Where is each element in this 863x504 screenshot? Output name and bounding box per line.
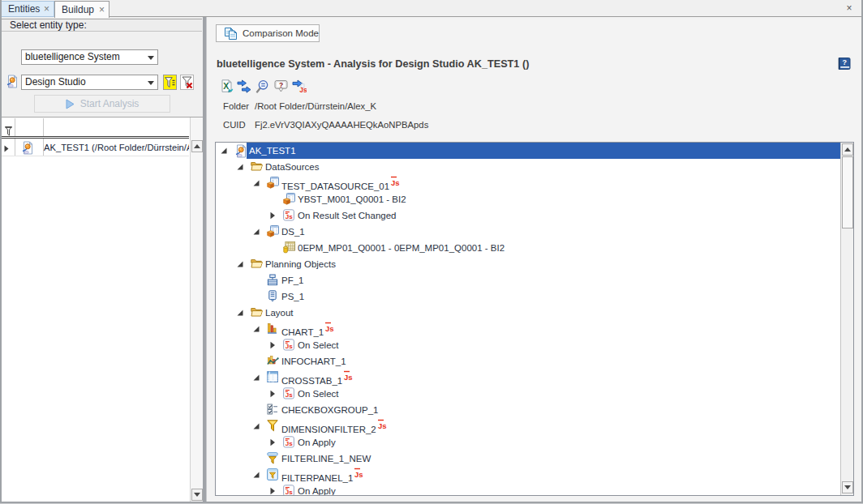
cuid-row: CUID Fj2.eVrV3QIAXyQAAAAHEQkAoNPBApds bbox=[223, 120, 726, 139]
tree-node-test-datasource-01[interactable]: TEST_DATASOURCE_01 Js bbox=[216, 175, 840, 191]
tree-node-infochart-1[interactable]: INFOCHART_1 bbox=[216, 353, 840, 369]
tree-node-on-apply[interactable]: Js On Apply bbox=[216, 434, 840, 451]
tree-node-filterpanel-1[interactable]: FILTERPANEL_1 Js bbox=[216, 467, 840, 483]
help-book-icon[interactable]: ? bbox=[838, 57, 851, 70]
tree-scrollbar[interactable] bbox=[840, 143, 853, 495]
question-bubble-icon[interactable]: ? bbox=[274, 79, 288, 93]
tree-node-on-result-set-changed[interactable]: Js On Result Set Changed bbox=[216, 207, 840, 224]
tree-node-label: FILTERPANEL_1 bbox=[281, 473, 353, 483]
svg-text:Js: Js bbox=[286, 213, 293, 220]
svg-text:X: X bbox=[223, 81, 229, 91]
tree-node-ps-1[interactable]: PS_1 bbox=[216, 288, 840, 305]
checkbox-group-icon bbox=[267, 404, 280, 416]
tree-node-ds-1[interactable]: DS_1 bbox=[216, 224, 840, 240]
expand-icon[interactable] bbox=[268, 438, 277, 446]
double-arrow-icon[interactable] bbox=[237, 79, 251, 93]
scrollbar-thumb[interactable] bbox=[842, 156, 853, 229]
entity-list-scrollbar[interactable] bbox=[190, 117, 203, 502]
tree-node-datasources[interactable]: DataSources bbox=[216, 159, 840, 175]
tree-node-planning-objects[interactable]: Planning Objects bbox=[216, 256, 840, 272]
js-event-icon: Js bbox=[283, 485, 296, 496]
collapse-icon[interactable] bbox=[252, 471, 260, 479]
magnifier-icon[interactable] bbox=[255, 79, 269, 93]
tree-node-pf-1[interactable]: PF_1 bbox=[216, 272, 840, 288]
system-dropdown[interactable]: bluetelligence System bbox=[21, 49, 158, 65]
start-analysis-button[interactable]: Start Analysis bbox=[34, 95, 170, 113]
tab-entities-label: Entities bbox=[2, 3, 40, 15]
expand-icon[interactable] bbox=[268, 341, 277, 349]
collapse-icon[interactable] bbox=[236, 163, 244, 171]
entity-list-row[interactable]: AK_TEST1 (/Root Folder/Dürrstein/Alex_K) bbox=[1, 139, 189, 156]
expand-icon[interactable] bbox=[268, 211, 277, 220]
entity-meta: Folder /Root Folder/Dürrstein/Alex_K CUI… bbox=[223, 101, 726, 139]
collapse-icon[interactable] bbox=[236, 309, 244, 317]
tree-node-label: CROSSTAB_1 bbox=[281, 376, 342, 386]
folder-icon bbox=[251, 160, 264, 173]
expand-icon[interactable] bbox=[4, 144, 9, 154]
design-studio-document-icon bbox=[6, 75, 19, 88]
tree-node-layout[interactable]: Layout bbox=[216, 305, 840, 321]
comparison-mode-button[interactable]: Comparison Mode bbox=[216, 24, 320, 42]
js-event-icon: Js bbox=[283, 387, 296, 400]
scroll-up-icon[interactable] bbox=[842, 143, 853, 156]
application-window: Entities × Buildup × × Select entity typ… bbox=[0, 0, 863, 504]
tab-entities[interactable]: Entities × bbox=[1, 1, 54, 17]
collapse-icon[interactable] bbox=[236, 260, 244, 268]
folder-icon bbox=[251, 306, 264, 319]
tree-node-dimensionfilter-2[interactable]: DIMENSIONFILTER_2 Js bbox=[216, 418, 840, 434]
tabstrip-close-icon[interactable]: × bbox=[844, 3, 854, 13]
tree-node-on-select[interactable]: Js On Select bbox=[216, 386, 840, 402]
tree-node-ak-test1[interactable]: AK_TEST1 bbox=[216, 143, 840, 159]
tree-node-0epm-mp01-q0001-0epm-mp01-q0001-bi2[interactable]: 0EPM_MP01_Q0001 - 0EPM_MP01_Q0001 - BI2 bbox=[216, 240, 840, 256]
tab-buildup-label: Buildup bbox=[55, 4, 94, 15]
play-icon bbox=[66, 99, 75, 109]
tree-node-chart-1[interactable]: CHART_1 Js bbox=[216, 321, 840, 337]
tree-node-label: 0EPM_MP01_Q0001 - 0EPM_MP01_Q0001 - BI2 bbox=[298, 243, 504, 253]
js-script-badge: Js bbox=[377, 418, 389, 434]
tab-buildup[interactable]: Buildup × bbox=[54, 1, 109, 18]
tab-entities-close-icon[interactable]: × bbox=[44, 4, 54, 14]
tree-node-filterline-1-new[interactable]: FILTERLINE_1_NEW bbox=[216, 451, 840, 467]
collapse-icon[interactable] bbox=[252, 179, 260, 187]
clear-filter-button[interactable] bbox=[180, 75, 194, 90]
entity-list-row-label: AK_TEST1 (/Root Folder/Dürrstein/Alex_K) bbox=[44, 139, 189, 156]
tree-node-ybst-m001-q0001-bi2[interactable]: YBST_M001_Q0001 - BI2 bbox=[216, 191, 840, 207]
header-separator bbox=[1, 136, 189, 139]
tree-node-on-apply[interactable]: Js On Apply bbox=[216, 483, 840, 496]
tree-node-checkboxgroup-1[interactable]: CHECKBOXGROUP_1 bbox=[216, 402, 840, 418]
entity-list: AK_TEST1 (/Root Folder/Dürrstein/Alex_K) bbox=[1, 117, 203, 502]
expand-icon[interactable] bbox=[268, 487, 277, 495]
tree-node-crosstab-1[interactable]: CROSSTAB_1 Js bbox=[216, 369, 840, 386]
js-arrow-icon[interactable]: Js bbox=[292, 79, 306, 93]
funnel-icon[interactable] bbox=[5, 125, 11, 134]
excel-export-icon[interactable]: X bbox=[221, 79, 234, 93]
crosstab-icon bbox=[267, 371, 280, 384]
collapse-icon[interactable] bbox=[252, 228, 260, 236]
tree-node-label: On Result Set Changed bbox=[298, 211, 396, 220]
collapse-icon[interactable] bbox=[252, 325, 260, 333]
tab-buildup-close-icon[interactable]: × bbox=[99, 5, 109, 15]
filter-button[interactable] bbox=[163, 75, 177, 90]
expand-icon[interactable] bbox=[268, 390, 277, 398]
tree-node-on-select[interactable]: Js On Select bbox=[216, 337, 840, 353]
scroll-up-icon[interactable] bbox=[191, 140, 203, 152]
svg-text:Js: Js bbox=[299, 86, 307, 93]
folder-row: Folder /Root Folder/Dürrstein/Alex_K bbox=[223, 101, 726, 120]
entity-selection-panel: Select entity type: bluetelligence Syste… bbox=[0, 17, 203, 502]
tree-node-label: CHART_1 bbox=[281, 327, 324, 337]
collapse-icon[interactable] bbox=[252, 374, 260, 382]
folder-value: /Root Folder/Dürrstein/Alex_K bbox=[255, 101, 376, 111]
analysis-title: bluetelligence System - Analysis for Des… bbox=[217, 58, 529, 70]
js-script-badge: Js bbox=[354, 467, 365, 483]
collapse-icon[interactable] bbox=[220, 147, 228, 155]
tree-node-label: AK_TEST1 bbox=[249, 146, 296, 156]
selection-highlight bbox=[247, 143, 840, 159]
scroll-down-icon[interactable] bbox=[191, 489, 203, 501]
tree-node-label: YBST_M001_Q0001 - BI2 bbox=[298, 194, 406, 204]
scroll-down-icon[interactable] bbox=[842, 481, 853, 493]
entity-type-dropdown[interactable]: Design Studio bbox=[21, 75, 158, 90]
collapse-icon[interactable] bbox=[252, 422, 260, 430]
js-event-icon: Js bbox=[283, 209, 296, 222]
svg-text:Js: Js bbox=[344, 373, 353, 381]
tree-node-label: PF_1 bbox=[281, 275, 304, 285]
